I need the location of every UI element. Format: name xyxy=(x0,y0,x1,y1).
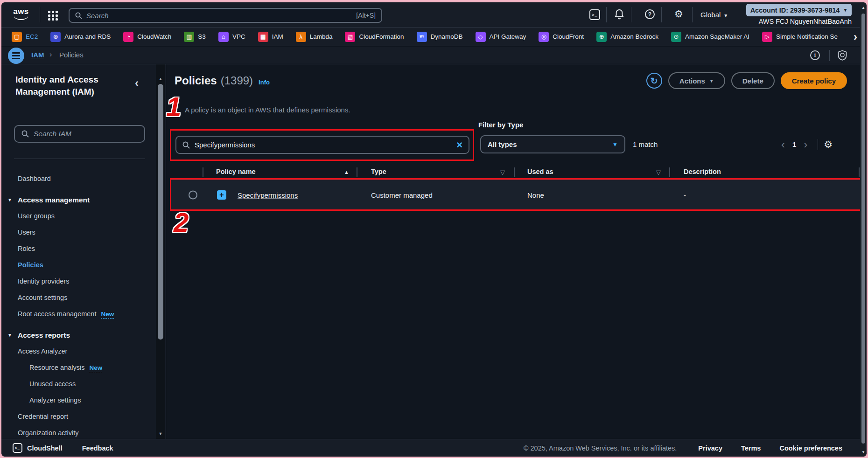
favorite-s3[interactable]: ▥ S3 xyxy=(184,32,206,42)
sidebar-item-credential-report[interactable]: Credential report xyxy=(1,409,155,425)
account-id-badge[interactable]: Account ID: 2939-3673-9814 ▼ xyxy=(746,4,852,16)
type-filter-dropdown[interactable]: All types ▼ xyxy=(480,135,625,153)
sidebar-item-root-access-management[interactable]: Root access managementNew xyxy=(1,306,155,322)
sort-inactive-icon[interactable]: ▽ xyxy=(656,169,661,176)
account-id-text: Account ID: 2939-3673-9814 xyxy=(750,7,840,14)
favorite-sagemaker[interactable]: ⊙ Amazon SageMaker AI xyxy=(671,32,749,42)
favorite-cloudfront[interactable]: ◎ CloudFront xyxy=(539,32,584,42)
scroll-up-icon[interactable]: ▲ xyxy=(156,76,165,81)
sidebar-item-resource-analysis[interactable]: Resource analysisNew xyxy=(1,360,155,376)
favorite-cloudformation[interactable]: ▧ CloudFormation xyxy=(345,32,404,42)
column-separator[interactable] xyxy=(859,167,860,177)
expand-policy-icon[interactable]: + xyxy=(217,190,226,200)
policy-search-input[interactable]: Specifypermissions × xyxy=(175,136,469,154)
page-scrollbar[interactable]: ▲ ▼ xyxy=(860,2,867,457)
next-page-icon[interactable]: › xyxy=(799,138,812,151)
sidebar-search-input[interactable]: Search IAM xyxy=(14,125,145,143)
sidebar-item-account-settings[interactable]: Account settings xyxy=(1,290,155,306)
account-name: AWS FCJ NguyenNhatBaoAnh xyxy=(746,18,852,25)
notifications-bell-icon[interactable] xyxy=(614,9,624,20)
column-header-description[interactable]: Description xyxy=(684,168,721,175)
delete-button[interactable]: Delete xyxy=(731,72,775,89)
page-scrollbar-thumb[interactable] xyxy=(861,14,865,444)
hamburger-menu-icon[interactable] xyxy=(8,48,24,64)
sidebar-scrollbar[interactable]: ▲ ▼ xyxy=(156,64,165,443)
favorites-overflow-chevron-icon[interactable]: › xyxy=(854,33,857,41)
terms-link[interactable]: Terms xyxy=(741,444,761,452)
scroll-down-icon[interactable]: ▼ xyxy=(156,431,165,436)
column-header-policy-name[interactable]: Policy name xyxy=(216,168,256,175)
info-link[interactable]: Info xyxy=(259,79,270,86)
breadcrumb-iam-link[interactable]: IAM xyxy=(31,51,44,59)
sidebar-item-access-analyzer[interactable]: Access Analyzer xyxy=(1,343,155,360)
favorite-bedrock[interactable]: ⊕ Amazon Bedrock xyxy=(596,32,658,42)
cloudshell-label[interactable]: CloudShell xyxy=(27,444,63,452)
scroll-up-icon[interactable]: ▲ xyxy=(860,6,867,10)
row-radio-button[interactable] xyxy=(189,190,197,199)
prev-page-icon[interactable]: ‹ xyxy=(777,138,790,151)
aws-smile-arc xyxy=(14,16,28,20)
sagemaker-icon: ⊙ xyxy=(671,32,681,42)
feedback-link[interactable]: Feedback xyxy=(82,444,113,452)
create-policy-button[interactable]: Create policy xyxy=(781,72,847,89)
info-panel-icon[interactable]: i xyxy=(810,50,820,60)
sort-inactive-icon[interactable]: ▽ xyxy=(500,169,505,176)
favorite-ec2[interactable]: ▢ EC2 xyxy=(12,32,38,42)
column-header-type[interactable]: Type xyxy=(371,168,386,175)
column-separator[interactable] xyxy=(357,167,357,177)
column-separator[interactable] xyxy=(669,167,670,177)
sidebar-item-user-groups[interactable]: User groups xyxy=(1,208,155,224)
favorite-api-gateway[interactable]: ◇ API Gateway xyxy=(476,32,526,42)
column-header-used-as[interactable]: Used as xyxy=(527,168,553,175)
cloudwatch-icon: ◔ xyxy=(123,32,133,42)
cookie-preferences-link[interactable]: Cookie preferences xyxy=(779,444,842,452)
settings-gear-icon[interactable]: ⚙ xyxy=(674,9,683,19)
cloudshell-icon[interactable]: >_ xyxy=(13,443,22,453)
screenshot-frame: aws Search [Alt+S] >_ ? xyxy=(0,0,868,458)
table-settings-gear-icon[interactable]: ⚙ xyxy=(824,139,833,150)
rds-icon: ⊛ xyxy=(50,32,61,42)
section-caret-icon: ▼ xyxy=(7,192,12,208)
global-search-input[interactable]: Search [Alt+S] xyxy=(69,8,382,23)
sidebar-item-dashboard[interactable]: Dashboard xyxy=(1,171,155,187)
column-separator[interactable] xyxy=(514,167,515,177)
annotation-step-1: 1 xyxy=(166,93,181,120)
favorite-aurora-rds[interactable]: ⊛ Aurora and RDS xyxy=(50,32,111,42)
favorite-dynamodb[interactable]: ≋ DynamoDB xyxy=(417,32,463,42)
sidebar-item-users[interactable]: Users xyxy=(1,224,155,241)
privacy-link[interactable]: Privacy xyxy=(698,444,722,452)
sort-ascending-icon[interactable]: ▲ xyxy=(344,169,349,175)
vpc-icon: ⌂ xyxy=(218,32,229,42)
sidebar-section-access-management[interactable]: ▼ Access management xyxy=(1,192,155,208)
table-row[interactable]: + Specifypermissions Customer managed No… xyxy=(171,180,861,209)
clear-search-icon[interactable]: × xyxy=(456,140,462,150)
breadcrumb-separator-icon: › xyxy=(49,50,52,59)
refresh-button[interactable]: ↻ xyxy=(646,73,662,89)
aws-logo[interactable]: aws xyxy=(12,8,30,20)
scroll-down-icon[interactable]: ▼ xyxy=(860,450,867,454)
shield-clock-icon[interactable] xyxy=(838,50,847,61)
favorite-cloudwatch[interactable]: ◔ CloudWatch xyxy=(123,32,171,42)
sidebar-item-policies[interactable]: Policies xyxy=(1,257,155,273)
sidebar-item-unused-access[interactable]: Unused access xyxy=(1,376,155,392)
sidebar-collapse-icon[interactable]: ‹ xyxy=(135,76,139,90)
region-selector[interactable]: Global▼ xyxy=(700,11,728,19)
favorite-sns[interactable]: ▷ Simple Notification Se xyxy=(762,32,838,42)
column-separator[interactable] xyxy=(203,167,203,177)
search-shortcut: [Alt+S] xyxy=(356,12,376,19)
favorite-iam[interactable]: ▦ IAM xyxy=(258,32,283,42)
current-page[interactable]: 1 xyxy=(790,140,799,148)
cloudshell-icon[interactable]: >_ xyxy=(589,9,600,20)
favorite-lambda[interactable]: λ Lambda xyxy=(296,32,333,42)
sidebar-item-identity-providers[interactable]: Identity providers xyxy=(1,273,155,290)
sidebar-item-roles[interactable]: Roles xyxy=(1,241,155,257)
services-grid-icon[interactable] xyxy=(48,11,59,21)
sidebar-section-access-reports[interactable]: ▼ Access reports xyxy=(1,327,155,343)
sidebar-scrollbar-thumb[interactable] xyxy=(158,84,163,340)
policy-name-link[interactable]: Specifypermissions xyxy=(238,191,298,199)
actions-button[interactable]: Actions▼ xyxy=(668,72,725,89)
favorite-vpc[interactable]: ⌂ VPC xyxy=(218,32,245,42)
help-icon[interactable]: ? xyxy=(645,9,655,19)
chevron-down-icon: ▼ xyxy=(612,141,618,148)
sidebar-item-analyzer-settings[interactable]: Analyzer settings xyxy=(1,392,155,409)
